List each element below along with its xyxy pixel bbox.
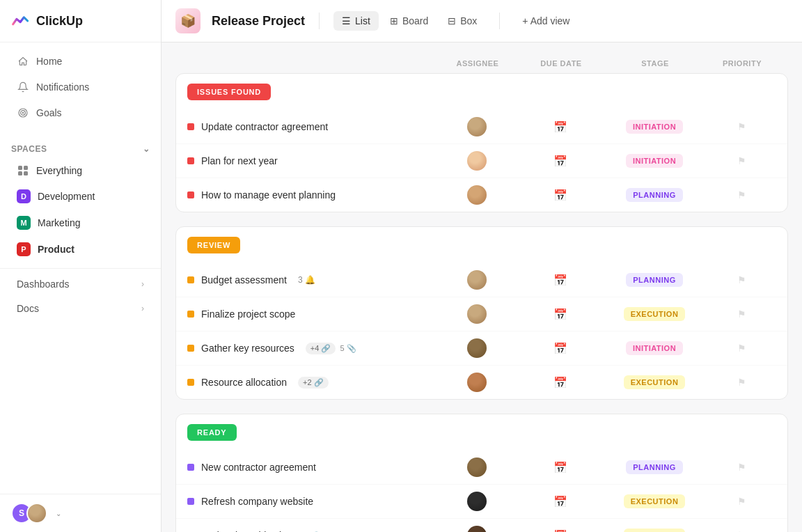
task-name-cell: Budget assessment 3 🔔 (187, 274, 435, 285)
marketing-badge: M (17, 216, 31, 230)
stage-cell: INITIATION (602, 154, 707, 168)
flag-icon: ⚑ (737, 308, 746, 320)
col-header-stage: STAGE (603, 59, 707, 68)
calendar-icon: 📅 (553, 308, 567, 321)
calendar-icon: 📅 (553, 495, 567, 508)
sidebar-item-marketing[interactable]: M Marketing (6, 210, 155, 235)
calendar-icon: 📅 (553, 376, 567, 389)
assignee-cell (435, 117, 519, 136)
tab-board-label: Board (402, 15, 428, 26)
tab-box[interactable]: ⊟ Box (439, 11, 485, 31)
stage-cell: EXECUTION (602, 494, 707, 508)
due-date-cell: 📅 (519, 155, 602, 168)
add-view-button[interactable]: + Add view (514, 11, 578, 31)
stage-cell: INITIATION (602, 341, 707, 355)
sidebar-item-home[interactable]: Home (6, 49, 155, 74)
sidebar-item-goals[interactable]: Goals (6, 100, 155, 125)
sidebar-product-label: Product (38, 244, 74, 255)
sidebar-item-notifications[interactable]: Notifications (6, 75, 155, 100)
flag-icon: ⚑ (737, 155, 746, 166)
table-row[interactable]: Update key objectives 5 📎 📅 EXECUTION ⚑ (176, 519, 787, 532)
table-row[interactable]: Budget assessment 3 🔔 📅 PLANNING ⚑ (176, 263, 787, 297)
sidebar-development-label: Development (38, 191, 95, 202)
project-title: Release Project (212, 14, 305, 29)
box-icon: ⊟ (448, 15, 456, 26)
priority-cell: ⚑ (707, 308, 776, 320)
user-footer[interactable]: S ⌄ (0, 494, 161, 532)
dashboards-chevron-icon: › (141, 279, 144, 289)
priority-cell: ⚑ (707, 343, 776, 354)
task-dot (187, 276, 194, 283)
sidebar-item-product[interactable]: P Product (6, 237, 155, 262)
grid-icon (17, 164, 29, 177)
sidebar-item-everything[interactable]: Everything (6, 159, 155, 182)
assignee-cell (435, 338, 519, 358)
clickup-logo-icon (11, 11, 31, 31)
logo-area: ClickUp (0, 0, 161, 42)
due-date-cell: 📅 (519, 461, 602, 474)
comment-count: 3 🔔 (298, 275, 315, 285)
dashboards-label: Dashboards (17, 279, 70, 290)
table-row[interactable]: New contractor agreement 📅 PLANNING ⚑ (176, 451, 787, 485)
avatar (467, 270, 487, 290)
table-row[interactable]: Plan for next year 📅 INITIATION ⚑ (176, 144, 787, 178)
avatar (467, 151, 487, 171)
avatar (467, 185, 487, 205)
task-dot (187, 464, 194, 471)
stage-pill: INITIATION (626, 154, 683, 168)
due-date-cell: 📅 (519, 376, 602, 389)
stage-cell: EXECUTION (602, 375, 707, 389)
stage-cell: INITIATION (602, 120, 707, 134)
task-dot (187, 345, 194, 352)
stage-pill: PLANNING (626, 273, 682, 287)
table-row[interactable]: Resource allocation +2 🔗 📅 EXECUTION ⚑ (176, 366, 787, 399)
table-row[interactable]: Finalize project scope 📅 EXECUTION ⚑ (176, 297, 787, 331)
development-badge: D (17, 189, 31, 203)
sidebar: ClickUp Home Notifications Goals Spaces … (0, 0, 162, 532)
table-row[interactable]: Gather key resources +4 🔗 5 📎 📅 INITIATI… (176, 331, 787, 366)
goals-icon (17, 107, 29, 119)
section-review-header: REVIEW (176, 227, 787, 263)
due-date-cell: 📅 (519, 189, 602, 202)
svg-rect-4 (24, 166, 28, 170)
task-meta: 3 🔔 (298, 275, 315, 285)
tab-list-label: List (355, 15, 370, 26)
tab-board[interactable]: ⊞ Board (382, 11, 437, 31)
footer-chevron-icon: ⌄ (56, 510, 61, 517)
stage-cell: PLANNING (602, 273, 707, 287)
task-dot (187, 311, 194, 318)
stage-pill: EXECUTION (624, 529, 686, 532)
priority-cell: ⚑ (707, 189, 776, 201)
flag-icon: ⚑ (737, 274, 746, 285)
avatar (467, 373, 487, 392)
section-review: REVIEW Budget assessment 3 🔔 📅 PLANNING … (175, 226, 788, 400)
spaces-chevron-icon[interactable]: ⌄ (143, 144, 150, 154)
table-row[interactable]: Update contractor agreement 📅 INITIATION… (176, 110, 787, 144)
flag-icon: ⚑ (737, 462, 746, 473)
task-name-cell: Plan for next year (187, 155, 435, 166)
sidebar-item-docs[interactable]: Docs › (6, 297, 155, 320)
due-date-cell: 📅 (519, 342, 602, 355)
flag-icon: ⚑ (737, 189, 746, 201)
sidebar-item-development[interactable]: D Development (6, 184, 155, 209)
table-row[interactable]: How to manage event planning 📅 PLANNING … (176, 178, 787, 212)
section-ready-header: READY (176, 414, 787, 451)
calendar-icon: 📅 (553, 120, 567, 134)
add-view-label: + Add view (522, 15, 569, 26)
tab-list[interactable]: ☰ List (333, 11, 379, 31)
assignee-cell (435, 151, 519, 171)
issues-found-badge: ISSUES FOUND (187, 84, 271, 100)
section-issues-found: ISSUES FOUND Update contractor agreement… (175, 73, 788, 212)
col-header-assignee: ASSIGNEE (436, 59, 519, 68)
spaces-section-header: Spaces ⌄ (0, 137, 161, 158)
sidebar-item-dashboards[interactable]: Dashboards › (6, 272, 155, 296)
task-name-cell: Gather key resources +4 🔗 5 📎 (187, 343, 435, 354)
table-row[interactable]: Refresh company website 📅 EXECUTION ⚑ (176, 485, 787, 519)
assignee-cell (435, 373, 519, 392)
tab-box-label: Box (460, 15, 477, 26)
due-date-cell: 📅 (519, 274, 602, 287)
meta-count: +2 🔗 (298, 377, 329, 389)
ready-badge: READY (187, 424, 237, 441)
calendar-icon: 📅 (553, 155, 567, 168)
header-divider-2 (499, 13, 500, 29)
